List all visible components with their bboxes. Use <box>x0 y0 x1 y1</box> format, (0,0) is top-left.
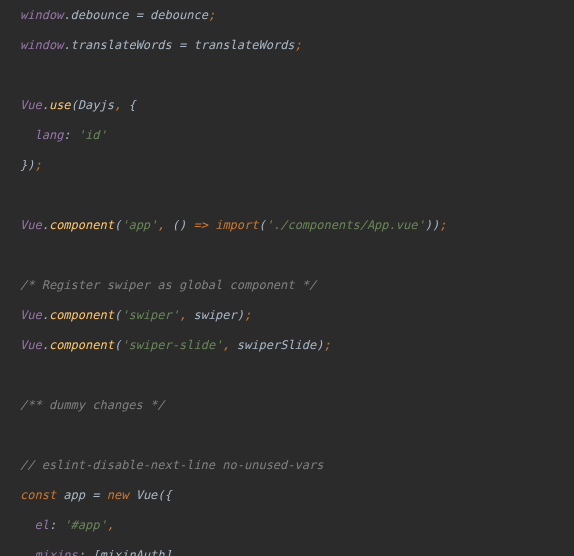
code-line: Vue.component('swiper', swiper); <box>0 308 574 323</box>
code-line: // eslint-disable-next-line no-unused-va… <box>0 458 574 473</box>
code-line: const app = new Vue({ <box>0 488 574 503</box>
code-line: window.debounce = debounce; <box>0 8 574 23</box>
comment: /* Register swiper as global component *… <box>20 278 316 292</box>
token-global: window <box>20 8 63 22</box>
code-line: lang: 'id' <box>0 128 574 143</box>
code-line: }); <box>0 158 574 173</box>
code-editor[interactable]: window.debounce = debounce; window.trans… <box>0 0 574 556</box>
code-line: /* Register swiper as global component *… <box>0 278 574 293</box>
code-line: mixins: [mixinAuth], <box>0 548 574 556</box>
code-line: window.translateWords = translateWords; <box>0 38 574 53</box>
code-line: Vue.component('app', () => import('./com… <box>0 218 574 233</box>
code-line <box>0 368 574 383</box>
comment: /** dummy changes */ <box>20 398 165 412</box>
code-line: Vue.component('swiper-slide', swiperSlid… <box>0 338 574 353</box>
code-line <box>0 188 574 203</box>
code-line <box>0 248 574 263</box>
code-line: el: '#app', <box>0 518 574 533</box>
comment: // eslint-disable-next-line no-unused-va… <box>20 458 323 472</box>
code-line <box>0 68 574 83</box>
code-line <box>0 428 574 443</box>
code-line: /** dummy changes */ <box>0 398 574 413</box>
code-line: Vue.use(Dayjs, { <box>0 98 574 113</box>
